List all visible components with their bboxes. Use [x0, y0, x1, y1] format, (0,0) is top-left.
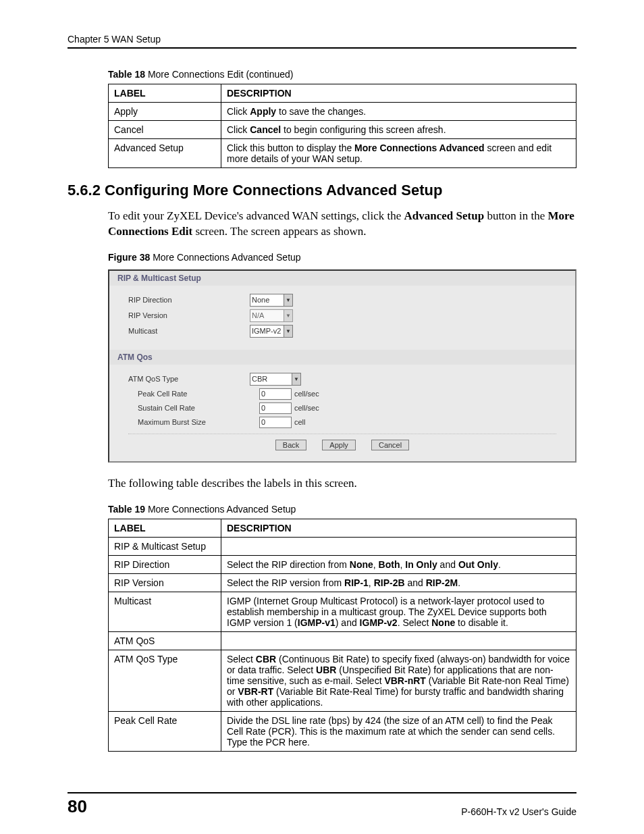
chevron-down-icon: ▼ — [284, 294, 292, 306]
figure-caption: Figure 38 More Connections Advanced Setu… — [108, 252, 576, 263]
table-cell-desc — [221, 537, 576, 555]
chevron-down-icon: ▼ — [284, 325, 292, 337]
page-number: 80 — [68, 796, 87, 817]
table18-head-desc: DESCRIPTION — [221, 84, 576, 103]
table19-caption-rest: More Connections Advanced Setup — [145, 504, 296, 515]
cancel-button[interactable]: Cancel — [371, 440, 409, 450]
mbs-label: Maximum Burst Size — [128, 418, 259, 426]
table19: LABEL DESCRIPTION RIP & Multicast Setup … — [108, 519, 576, 752]
figure-caption-bold: Figure 38 — [108, 252, 150, 263]
table18-caption: Table 18 More Connections Edit (continue… — [108, 69, 576, 80]
chevron-down-icon: ▼ — [284, 310, 292, 321]
atm-qos-type-label: ATM QoS Type — [128, 375, 250, 383]
mbs-unit: cell — [294, 418, 306, 426]
pcr-label: Peak Cell Rate — [128, 390, 259, 398]
table18-caption-bold: Table 18 — [108, 69, 145, 80]
figure-caption-rest: More Connections Advanced Setup — [150, 252, 300, 263]
rip-version-label: RIP Version — [128, 311, 250, 319]
table19-head-label: LABEL — [109, 519, 221, 537]
after-figure-text: The following table describes the labels… — [108, 476, 576, 492]
apply-button[interactable]: Apply — [322, 440, 356, 450]
back-button[interactable]: Back — [275, 440, 306, 450]
table-cell-label: Advanced Setup — [109, 139, 221, 168]
multicast-label: Multicast — [128, 327, 250, 335]
table-cell-label: ATM QoS — [109, 631, 221, 650]
multicast-select[interactable]: IGMP-v2▼ — [250, 325, 293, 338]
table-cell-desc: Click Apply to save the changes. — [221, 103, 576, 121]
table19-head-desc: DESCRIPTION — [221, 519, 576, 537]
table-cell-label: ATM QoS Type — [109, 650, 221, 711]
header-rule — [68, 47, 576, 49]
table-cell-label: RIP Version — [109, 573, 221, 592]
atm-qos-type-select[interactable]: CBR▼ — [250, 373, 301, 386]
running-header: Chapter 5 WAN Setup — [68, 34, 576, 45]
rip-direction-select[interactable]: None▼ — [250, 294, 293, 307]
table-cell-label: Apply — [109, 103, 221, 121]
chevron-down-icon: ▼ — [292, 373, 300, 385]
table-cell-desc: IGMP (Internet Group Multicast Protocol)… — [221, 592, 576, 631]
figure-panel: RIP & Multicast Setup RIP Direction None… — [108, 269, 576, 463]
table19-caption-bold: Table 19 — [108, 504, 145, 515]
scr-unit: cell/sec — [294, 404, 319, 412]
section-heading: 5.6.2 Configuring More Connections Advan… — [68, 182, 576, 199]
table-cell-desc — [221, 631, 576, 650]
fp-bar-rip: RIP & Multicast Setup — [109, 271, 575, 286]
table-cell-desc: Select the RIP version from RIP-1, RIP-2… — [221, 573, 576, 592]
table-cell-desc: Divide the DSL line rate (bps) by 424 (t… — [221, 711, 576, 751]
table-cell-label: Cancel — [109, 121, 221, 139]
table19-caption: Table 19 More Connections Advanced Setup — [108, 504, 576, 515]
footer: 80 P-660H-Tx v2 User's Guide — [68, 792, 576, 817]
table-cell-desc: Select the RIP direction from None, Both… — [221, 555, 576, 573]
rip-direction-label: RIP Direction — [128, 296, 250, 304]
pcr-unit: cell/sec — [294, 390, 319, 398]
table-cell-label: RIP Direction — [109, 555, 221, 573]
pcr-input[interactable]: 0 — [259, 388, 292, 400]
section-intro: To edit your ZyXEL Device's advanced WAN… — [108, 209, 576, 240]
table-cell-desc: Click Cancel to begin configuring this s… — [221, 121, 576, 139]
table-cell-desc: Click this button to display the More Co… — [221, 139, 576, 168]
table18-head-label: LABEL — [109, 84, 221, 103]
guide-title: P-660H-Tx v2 User's Guide — [461, 806, 576, 817]
scr-label: Sustain Cell Rate — [128, 404, 259, 412]
fp-bar-atm: ATM Qos — [109, 350, 575, 365]
table18: LABEL DESCRIPTION Apply Click Apply to s… — [108, 84, 576, 168]
scr-input[interactable]: 0 — [259, 402, 292, 414]
table-cell-desc: Select CBR (Continuous Bit Rate) to spec… — [221, 650, 576, 711]
table18-caption-rest: More Connections Edit (continued) — [145, 69, 293, 80]
rip-version-select[interactable]: N/A▼ — [250, 309, 293, 322]
mbs-input[interactable]: 0 — [259, 417, 292, 428]
table-cell-label: RIP & Multicast Setup — [109, 537, 221, 555]
table-cell-label: Peak Cell Rate — [109, 711, 221, 751]
table-cell-label: Multicast — [109, 592, 221, 631]
